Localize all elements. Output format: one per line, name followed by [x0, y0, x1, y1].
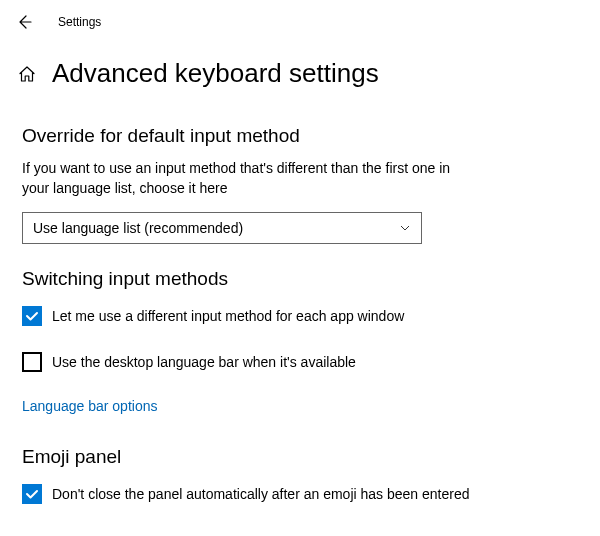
back-arrow-icon [16, 14, 32, 30]
per-app-input-method-checkbox[interactable] [22, 306, 42, 326]
default-input-method-dropdown[interactable]: Use language list (recommended) [22, 212, 422, 244]
emoji-panel-checkbox[interactable] [22, 484, 42, 504]
emoji-panel-checkbox-row[interactable]: Don't close the panel automatically afte… [22, 484, 578, 504]
desktop-language-bar-label: Use the desktop language bar when it's a… [52, 354, 356, 370]
page-header: Advanced keyboard settings [0, 36, 600, 97]
page-title: Advanced keyboard settings [52, 58, 379, 89]
home-button[interactable] [18, 65, 36, 83]
checkmark-icon [25, 309, 39, 323]
app-name: Settings [58, 15, 101, 29]
per-app-input-method-label: Let me use a different input method for … [52, 308, 404, 324]
desktop-language-bar-checkbox[interactable] [22, 352, 42, 372]
content-area: Override for default input method If you… [0, 97, 600, 504]
override-description: If you want to use an input method that'… [22, 159, 462, 198]
desktop-language-bar-checkbox-row[interactable]: Use the desktop language bar when it's a… [22, 352, 578, 372]
back-button[interactable] [16, 14, 32, 30]
switching-heading: Switching input methods [22, 268, 578, 290]
emoji-heading: Emoji panel [22, 446, 578, 468]
top-bar: Settings [0, 0, 600, 36]
home-icon [18, 65, 36, 83]
language-bar-options-link[interactable]: Language bar options [22, 398, 157, 414]
per-app-input-method-checkbox-row[interactable]: Let me use a different input method for … [22, 306, 578, 326]
emoji-panel-label: Don't close the panel automatically afte… [52, 486, 469, 502]
chevron-down-icon [399, 222, 411, 234]
override-heading: Override for default input method [22, 125, 578, 147]
checkmark-icon [25, 487, 39, 501]
dropdown-value: Use language list (recommended) [33, 220, 243, 236]
